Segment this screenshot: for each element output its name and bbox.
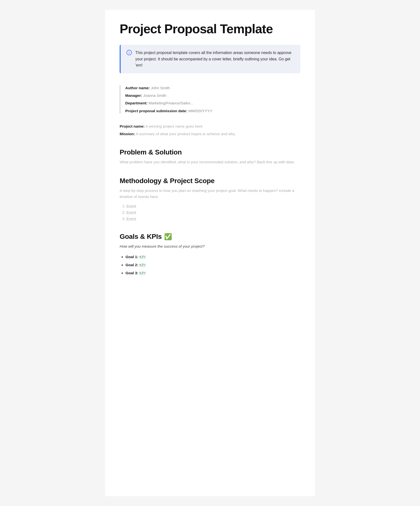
goal-1-label: Goal 1: [126, 255, 138, 259]
project-name-value: A winning project name goes here [146, 124, 203, 128]
problem-solution-title: Problem & Solution [120, 148, 300, 156]
department-label: Department: [125, 101, 147, 105]
goals-kpis-section: Goals & KPIs ✅ How will you measure the … [120, 233, 300, 276]
list-item: Event [126, 204, 300, 208]
submission-date-row: Project proposal submission date: MM/DD/… [125, 108, 300, 114]
goal-3-label: Goal 3: [126, 271, 138, 275]
page-container: Project Proposal Template i This project… [105, 10, 315, 496]
goals-list: Goal 1: KPI Goal 2: KPI Goal 3: KPI [120, 254, 300, 276]
submission-date-value: MM/DD/YYYY [188, 109, 212, 113]
project-info-block: Project name: A winning project name goe… [120, 123, 300, 137]
department-value: Marketing/Finance/Sales… [149, 101, 194, 105]
methodology-section: Methodology & Project Scope A step-by-st… [120, 177, 300, 221]
mission-value: A summary of what your product hopes to … [136, 132, 236, 136]
page-title: Project Proposal Template [120, 22, 300, 36]
list-item: Event [126, 217, 300, 221]
list-item: Event [126, 210, 300, 215]
methodology-description: A step-by-step process to how you plan o… [120, 188, 300, 200]
svg-text:i: i [129, 51, 129, 55]
list-item: Goal 3: KPI [126, 270, 300, 276]
callout-box: i This project proposal template covers … [120, 45, 300, 73]
problem-solution-description: What problem have you identified, what i… [120, 159, 300, 165]
goals-kpis-title-row: Goals & KPIs ✅ [120, 233, 300, 241]
list-item: Goal 2: KPI [126, 262, 300, 268]
metadata-block: Author name: John Smith Manager: Joanna … [120, 85, 300, 114]
goal-3-value: KPI [139, 271, 146, 275]
info-icon: i [126, 50, 132, 55]
list-item: Goal 1: KPI [126, 254, 300, 260]
department-row: Department: Marketing/Finance/Sales… [125, 100, 300, 106]
manager-row: Manager: Joanna Smith [125, 93, 300, 98]
mission-label: Mission: [120, 132, 135, 136]
mission-row: Mission: A summary of what your product … [120, 131, 300, 137]
project-name-label: Project name: [120, 124, 145, 128]
project-name-row: Project name: A winning project name goe… [120, 123, 300, 129]
event-list: Event Event Event [120, 204, 300, 221]
author-label: Author name: [125, 86, 150, 90]
goals-kpis-title: Goals & KPIs [120, 233, 162, 241]
manager-label: Manager: [125, 93, 142, 98]
goals-kpis-description: How will you measure the success of your… [120, 243, 300, 250]
author-row: Author name: John Smith [125, 85, 300, 91]
goals-kpis-checkbox-icon: ✅ [164, 233, 172, 240]
goal-1-value: KPI [139, 255, 146, 259]
problem-solution-section: Problem & Solution What problem have you… [120, 148, 300, 165]
author-value: John Smith [151, 86, 170, 90]
goal-2-label: Goal 2: [126, 263, 138, 267]
submission-date-label: Project proposal submission date: [125, 109, 187, 113]
manager-value: Joanna Smith [143, 93, 166, 98]
callout-text: This project proposal template covers al… [135, 50, 294, 68]
goal-2-value: KPI [139, 263, 146, 267]
methodology-title: Methodology & Project Scope [120, 177, 300, 185]
